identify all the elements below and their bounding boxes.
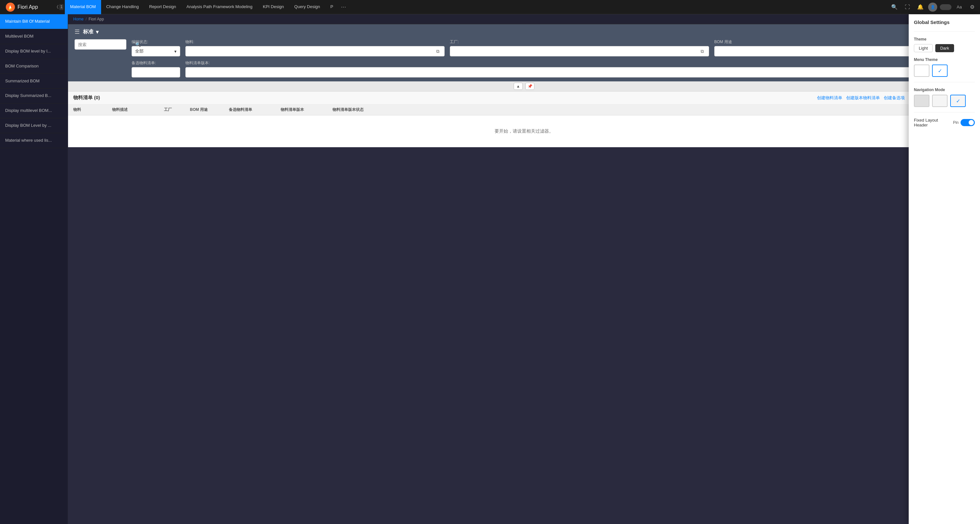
col-bom-usage: BOM 用途 (190, 107, 229, 113)
content-panel: ☰ 标准 ▾ 🔍 (68, 24, 980, 524)
plant-input-container[interactable]: ⧉ (450, 46, 709, 56)
nav-tab-p[interactable]: P (325, 0, 339, 14)
gs-nav-mode-label: Navigation Mode (914, 88, 975, 92)
main-content: Home / Fiori App ☰ 标准 ▾ (68, 14, 980, 524)
sidebar: Maintain Bill Of Material Multilevel BOM… (0, 14, 68, 524)
breadcrumb-current: Fiori App (89, 17, 104, 21)
col-extra (391, 107, 975, 113)
filter-menu-icon[interactable]: ☰ (75, 28, 80, 35)
gs-fixed-header-row: Fixed Layout Header Pin (914, 118, 975, 127)
collapse-bar: ▲ 📌 (68, 81, 980, 91)
brand: Fiori App (3, 3, 54, 12)
sidebar-item-display-multilevel-bom[interactable]: Display multilevel BOM... (0, 104, 68, 118)
nav-tab-kpi-design[interactable]: KPI Design (258, 0, 289, 14)
nav-tab-report-design[interactable]: Report Design (144, 0, 181, 14)
gs-menu-theme-section: Menu Theme ✓ (914, 57, 975, 77)
alt-bom-input[interactable] (135, 70, 189, 75)
pin-btn[interactable]: 📌 (525, 83, 535, 90)
brand-label: Fiori App (18, 4, 38, 10)
nav-tab-material-bom[interactable]: Material BOM (65, 0, 101, 14)
gs-menu-theme-label: Menu Theme (914, 57, 975, 62)
sidebar-item-bom-comparison[interactable]: BOM Comparison (0, 59, 68, 74)
nav-tab-analysis-path[interactable]: Analysis Path Framework Modeling (181, 0, 258, 14)
sidebar-item-display-bom-level[interactable]: Display BOM Level by ... (0, 118, 68, 133)
gs-theme-dark-btn[interactable]: Dark (935, 44, 954, 52)
table-empty-message: 要开始，请设置相关过滤器。 (68, 115, 980, 147)
filter-chevron-icon[interactable]: ▾ (96, 29, 99, 35)
gs-nav-mode-section: Navigation Mode ✓ (914, 88, 975, 107)
search-group: 🔍 (75, 39, 126, 56)
search-input-container[interactable]: 🔍 (75, 39, 126, 49)
alt-bom-group: 备选物料清单: ⧉ (132, 60, 180, 78)
gs-theme-light-btn[interactable]: Light (914, 44, 933, 52)
settings-icon-btn[interactable]: ⚙ (967, 2, 977, 12)
material-input[interactable] (189, 49, 432, 54)
search-input[interactable] (78, 42, 132, 47)
gs-pin-toggle: Pin (953, 119, 975, 126)
sidebar-item-display-bom-level-i[interactable]: Display BOM level by l... (0, 44, 68, 59)
sidebar-item-multilevel-bom[interactable]: Multilevel BOM (0, 29, 68, 44)
filter-row-2: 备选物料清单: ⧉ 物料清单版本: ⧉ (75, 60, 974, 78)
gs-menu-check-icon: ✓ (938, 68, 942, 74)
fiori-logo (6, 3, 15, 12)
gs-toggle-switch[interactable] (961, 119, 975, 126)
theme-toggle[interactable] (940, 4, 951, 10)
more-tabs-icon[interactable]: ⋯ (338, 2, 349, 12)
gs-divider-1 (914, 32, 975, 32)
gs-theme-label: Theme (914, 37, 975, 41)
gs-nav-box-1[interactable] (914, 95, 929, 107)
filter-title-text: 标准 (83, 29, 93, 35)
nav-tab-query-design[interactable]: Query Design (289, 0, 325, 14)
nav-right-actions: 🔍 ⛶ 🔔 👤 Aa ⚙ (889, 2, 977, 12)
edit-status-value: 全部 (135, 48, 143, 54)
search-icon-btn[interactable]: 🔍 (889, 2, 900, 12)
gs-nav-box-2[interactable] (932, 95, 948, 107)
sidebar-item-summarized-bom[interactable]: Summarized BOM (0, 74, 68, 89)
gs-fixed-header-label: Fixed Layout Header (914, 118, 953, 127)
search-icon: 🔍 (135, 42, 141, 47)
gs-nav-box-3[interactable]: ✓ (950, 95, 966, 107)
bom-version-input-container[interactable]: ⧉ (185, 67, 974, 78)
spacer-group (75, 60, 126, 78)
material-copy-icon[interactable]: ⧉ (434, 48, 441, 54)
nav-tab-change-handling[interactable]: Change Handling (101, 0, 144, 14)
collapse-chevrons[interactable]: 《 1 (54, 4, 64, 10)
filter-title: 标准 ▾ (83, 29, 99, 35)
filter-rows: 🔍 编辑状态: 全部 ▾ 物料: (75, 39, 974, 78)
create-version-bom-btn[interactable]: 创建版本物料清单 (846, 95, 880, 101)
user-avatar[interactable]: 👤 (928, 3, 937, 12)
breadcrumb-separator: / (86, 17, 86, 21)
plant-copy-icon[interactable]: ⧉ (699, 48, 705, 54)
create-alt-btn[interactable]: 创建备选项 (884, 95, 905, 101)
plant-label: 工厂: (450, 39, 709, 45)
col-bom-version-status: 物料清单版本状态 (332, 107, 391, 113)
collapse-up-btn[interactable]: ▲ (514, 83, 523, 90)
filter-bar: ☰ 标准 ▾ 🔍 (68, 24, 980, 81)
plant-group: 工厂: ⧉ (450, 39, 709, 56)
breadcrumb-home[interactable]: Home (73, 17, 84, 21)
col-bom-version: 物料清单版本 (281, 107, 332, 113)
text-size-icon-btn[interactable]: Aa (954, 2, 964, 12)
col-plant: 工厂 (164, 107, 190, 113)
notification-icon-btn[interactable]: 🔔 (915, 2, 926, 12)
plant-input[interactable] (453, 49, 697, 54)
gs-divider-3 (914, 112, 975, 113)
bom-version-input[interactable] (189, 70, 961, 75)
sidebar-item-display-summarized-b[interactable]: Display Summarized B... (0, 89, 68, 104)
alt-bom-input-container[interactable]: ⧉ (132, 67, 180, 78)
chevron-left-icon[interactable]: 《 (54, 4, 59, 10)
sidebar-item-material-where-used[interactable]: Material where used lis... (0, 133, 68, 148)
breadcrumb: Home / Fiori App (68, 14, 980, 24)
edit-status-select[interactable]: 全部 ▾ (132, 46, 180, 56)
gs-menu-white-btn[interactable] (914, 65, 929, 77)
gs-theme-section: Theme Light Dark (914, 37, 975, 52)
material-input-container[interactable]: ⧉ (185, 46, 445, 56)
fullscreen-icon-btn[interactable]: ⛶ (902, 2, 913, 12)
sidebar-item-maintain-bom[interactable]: Maintain Bill Of Material (0, 14, 68, 29)
bom-version-group: 物料清单版本: ⧉ (185, 60, 974, 78)
gs-menu-check-btn[interactable]: ✓ (932, 65, 948, 77)
create-bom-btn[interactable]: 创建物料清单 (817, 95, 842, 101)
col-material-desc: 物料描述 (112, 107, 164, 113)
alt-bom-label: 备选物料清单: (132, 60, 180, 66)
global-settings-title: Global Settings (914, 19, 975, 25)
